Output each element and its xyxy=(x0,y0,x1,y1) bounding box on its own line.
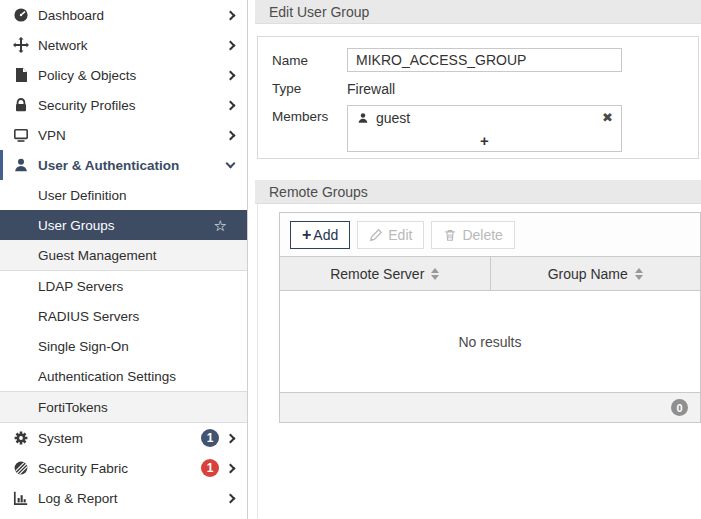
sidebar-item-dashboard[interactable]: Dashboard xyxy=(0,0,247,30)
user-icon xyxy=(12,157,29,174)
chevron-right-icon xyxy=(226,10,236,20)
stamp-icon xyxy=(12,67,29,84)
type-value: Firewall xyxy=(347,81,395,97)
sidebar-item-label: Authentication Settings xyxy=(38,369,176,384)
sidebar-item-label: Security Profiles xyxy=(38,98,136,113)
notification-badge: 1 xyxy=(201,429,219,447)
sidebar-item-label: Log & Report xyxy=(38,491,118,506)
members-box: guest✖+ xyxy=(347,105,622,152)
table-empty-state: No results xyxy=(280,291,700,392)
trash-icon xyxy=(443,228,457,242)
edit-user-group-form: Name Type Firewall Members guest✖+ xyxy=(257,36,699,159)
sidebar-item-label: System xyxy=(38,431,83,446)
sidebar: DashboardNetworkPolicy & ObjectsSecurity… xyxy=(0,0,248,519)
remote-groups-title: Remote Groups xyxy=(269,184,368,200)
main-content: Edit User Group Name Type Firewall Membe… xyxy=(255,0,701,519)
page-title: Edit User Group xyxy=(269,4,369,20)
sidebar-item-user-groups[interactable]: User Groups☆ xyxy=(0,210,247,240)
monitor-icon xyxy=(12,127,29,144)
column-label: Remote Server xyxy=(330,266,424,282)
sidebar-item-label: User & Authentication xyxy=(38,158,179,173)
lock-icon xyxy=(12,97,29,114)
gear-icon xyxy=(12,430,29,447)
fortigate-app: DashboardNetworkPolicy & ObjectsSecurity… xyxy=(0,0,701,519)
plus-icon: + xyxy=(302,227,311,243)
member-name: guest xyxy=(376,110,410,126)
gauge-icon xyxy=(12,7,29,24)
sidebar-item-system[interactable]: System1 xyxy=(0,423,247,453)
sidebar-item-authentication-settings[interactable]: Authentication Settings xyxy=(0,361,247,391)
sidebar-item-label: LDAP Servers xyxy=(38,279,123,294)
type-label: Type xyxy=(272,81,301,96)
table-header-row: Remote ServerGroup Name xyxy=(280,256,700,291)
column-header-group-name[interactable]: Group Name xyxy=(491,257,701,290)
sidebar-item-label: Security Fabric xyxy=(38,461,128,476)
sidebar-item-security-profiles[interactable]: Security Profiles xyxy=(0,90,247,120)
user-icon xyxy=(356,111,369,124)
sidebar-item-vpn[interactable]: VPN xyxy=(0,120,247,150)
sidebar-item-label: Policy & Objects xyxy=(38,68,136,83)
chevron-right-icon xyxy=(226,433,236,443)
sidebar-item-label: FortiTokens xyxy=(38,400,108,415)
page-title-bar: Edit User Group xyxy=(255,0,701,24)
sidebar-item-label: Dashboard xyxy=(38,8,104,23)
sidebar-item-policy-objects[interactable]: Policy & Objects xyxy=(0,60,247,90)
chevron-right-icon xyxy=(226,100,236,110)
sort-icon xyxy=(431,268,439,280)
remote-groups-card: +Add Edit Delete Remote ServerGroup Name xyxy=(257,204,699,519)
sidebar-item-user-authentication[interactable]: User & Authentication xyxy=(0,150,247,180)
sidebar-item-network[interactable]: Network xyxy=(0,30,247,60)
chevron-right-icon xyxy=(226,40,236,50)
name-label: Name xyxy=(272,53,308,68)
move-icon xyxy=(12,37,29,54)
remove-member-icon[interactable]: ✖ xyxy=(602,111,613,124)
pencil-icon xyxy=(369,228,383,242)
star-icon[interactable]: ☆ xyxy=(214,218,227,233)
remote-groups-toolbar: +Add Edit Delete xyxy=(280,213,700,256)
delete-button[interactable]: Delete xyxy=(431,221,514,249)
members-label: Members xyxy=(272,109,328,124)
chart-icon xyxy=(12,490,29,507)
sort-icon xyxy=(635,268,643,280)
sidebar-item-label: User Definition xyxy=(38,188,127,203)
add-member-button[interactable]: + xyxy=(348,129,621,151)
sidebar-item-label: RADIUS Servers xyxy=(38,309,139,324)
chevron-right-icon xyxy=(226,493,236,503)
chevron-down-icon xyxy=(226,159,236,169)
member-item-guest[interactable]: guest✖ xyxy=(348,106,621,129)
sidebar-item-guest-management[interactable]: Guest Management xyxy=(0,240,247,270)
column-header-remote-server[interactable]: Remote Server xyxy=(280,257,491,290)
sidebar-item-single-sign-on[interactable]: Single Sign-On xyxy=(0,331,247,361)
sidebar-item-label: Single Sign-On xyxy=(38,339,129,354)
sidebar-item-radius-servers[interactable]: RADIUS Servers xyxy=(0,301,247,331)
notification-badge: 1 xyxy=(201,459,219,477)
name-input[interactable] xyxy=(347,48,622,72)
fabric-icon xyxy=(12,460,29,477)
sidebar-item-label: VPN xyxy=(38,128,66,143)
sidebar-item-ldap-servers[interactable]: LDAP Servers xyxy=(0,271,247,301)
remote-groups-header: Remote Groups xyxy=(255,180,701,204)
table-footer: 0 xyxy=(280,392,700,422)
no-results-text: No results xyxy=(458,334,521,350)
sidebar-item-label: Guest Management xyxy=(38,248,157,263)
sidebar-item-user-definition[interactable]: User Definition xyxy=(0,180,247,210)
sidebar-item-fortitokens[interactable]: FortiTokens xyxy=(0,392,247,422)
chevron-right-icon xyxy=(226,463,236,473)
sidebar-item-security-fabric[interactable]: Security Fabric1 xyxy=(0,453,247,483)
column-label: Group Name xyxy=(548,266,628,282)
edit-button[interactable]: Edit xyxy=(357,221,424,249)
row-count-badge: 0 xyxy=(671,399,688,416)
remote-groups-table: +Add Edit Delete Remote ServerGroup Name xyxy=(279,212,701,423)
sidebar-item-label: Network xyxy=(38,38,88,53)
chevron-right-icon xyxy=(226,70,236,80)
chevron-right-icon xyxy=(226,130,236,140)
add-button[interactable]: +Add xyxy=(290,221,350,249)
sidebar-item-log-report[interactable]: Log & Report xyxy=(0,483,247,513)
sidebar-item-label: User Groups xyxy=(38,218,115,233)
